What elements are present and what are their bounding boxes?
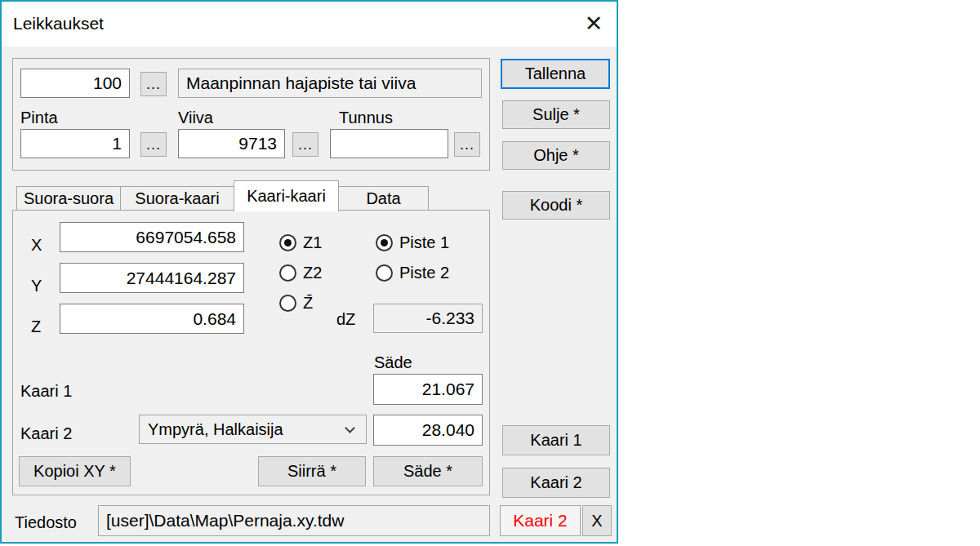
- tab-label: Data: [366, 189, 400, 208]
- viiva-label: Viiva: [178, 109, 213, 127]
- sade-label: Säde: [374, 353, 412, 372]
- radio-label: Piste 1: [399, 233, 449, 252]
- status-kaari2-indicator: Kaari 2: [500, 505, 581, 536]
- ohje-button[interactable]: Ohje *: [502, 141, 610, 170]
- tab-label: Kaari-kaari: [247, 187, 326, 206]
- leikkaukset-dialog: Leikkaukset ✕ 100 ... Maanpinnan hajapis…: [0, 0, 618, 544]
- kaari2-type-select[interactable]: Ympyrä, Halkaisija: [139, 415, 367, 444]
- radio-button-icon: [279, 234, 296, 251]
- z-label: Z: [31, 317, 41, 336]
- radio-piste-1[interactable]: Piste 1: [376, 233, 449, 251]
- dz-field: -6.233: [373, 304, 483, 333]
- code-description-field: Maanpinnan hajapiste tai viiva: [178, 69, 482, 98]
- kaari-kaari-tabpanel: [12, 210, 490, 495]
- radio-label: Z̄: [303, 294, 313, 313]
- koodi-button[interactable]: Koodi *: [502, 191, 610, 220]
- radio-button-icon: [376, 264, 393, 282]
- dz-label: dZ: [336, 310, 355, 329]
- viiva-field[interactable]: 9713: [178, 129, 285, 158]
- radio-piste-2[interactable]: Piste 2: [376, 264, 449, 282]
- y-field[interactable]: 27444164.287: [60, 263, 244, 293]
- radio-label: Z1: [303, 233, 322, 252]
- tunnus-label: Tunnus: [339, 109, 393, 127]
- tab-label: Suora-suora: [24, 189, 114, 208]
- sade-button[interactable]: Säde *: [373, 456, 483, 486]
- tab-suora-suora[interactable]: Suora-suora: [16, 186, 121, 211]
- pinta-field[interactable]: 1: [20, 129, 130, 158]
- kaari2-label: Kaari 2: [20, 424, 72, 443]
- tab-data[interactable]: Data: [338, 186, 429, 211]
- x-field[interactable]: 6697054.658: [60, 222, 244, 252]
- x-label: X: [31, 236, 42, 255]
- radio-label: Z2: [303, 264, 322, 282]
- radio-z-mean[interactable]: Z̄: [279, 294, 313, 312]
- titlebar[interactable]: Leikkaukset ✕: [2, 2, 617, 47]
- browse-pinta-button[interactable]: ...: [140, 132, 167, 157]
- radio-z1[interactable]: Z1: [279, 233, 322, 251]
- tiedosto-label: Tiedosto: [15, 513, 77, 532]
- tunnus-field[interactable]: [330, 129, 448, 158]
- y-label: Y: [31, 277, 42, 295]
- radio-button-icon: [376, 234, 393, 251]
- tab-label: Suora-kaari: [135, 189, 219, 208]
- status-clear-button[interactable]: X: [582, 505, 612, 536]
- radio-z2[interactable]: Z2: [279, 264, 322, 282]
- sulje-button[interactable]: Sulje *: [502, 100, 610, 129]
- kaari1-label: Kaari 1: [20, 382, 72, 401]
- browse-viiva-button[interactable]: ...: [292, 132, 318, 157]
- code-field[interactable]: 100: [20, 69, 130, 98]
- kopioi-xy-button[interactable]: Kopioi XY *: [19, 456, 131, 486]
- pinta-label: Pinta: [20, 109, 58, 127]
- browse-tunnus-button[interactable]: ...: [454, 132, 480, 157]
- radio-button-icon: [279, 264, 296, 282]
- close-button[interactable]: ✕: [574, 5, 613, 42]
- chevron-down-icon: [345, 423, 355, 433]
- siirra-button[interactable]: Siirrä *: [258, 456, 366, 486]
- browse-code-button[interactable]: ...: [140, 72, 167, 96]
- kaari2-sade-field[interactable]: 28.040: [373, 415, 483, 446]
- kaari1-button[interactable]: Kaari 1: [502, 425, 610, 455]
- radio-label: Piste 2: [399, 264, 449, 282]
- kaari1-sade-field[interactable]: 21.067: [373, 374, 483, 405]
- tab-suora-kaari[interactable]: Suora-kaari: [120, 186, 234, 211]
- z-field[interactable]: 0.684: [60, 304, 244, 334]
- screen: Leikkaukset ✕ 100 ... Maanpinnan hajapis…: [0, 0, 980, 546]
- close-icon: ✕: [585, 11, 604, 37]
- file-path-field: [user]\Data\Map\Pernaja.xy.tdw: [98, 505, 490, 536]
- tab-kaari-kaari[interactable]: Kaari-kaari: [234, 180, 339, 211]
- tallenna-button[interactable]: Tallenna: [501, 59, 610, 89]
- radio-button-icon: [279, 295, 296, 312]
- kaari2-button[interactable]: Kaari 2: [502, 468, 610, 498]
- window-title: Leikkaukset: [13, 14, 104, 33]
- combo-value: Ympyrä, Halkaisija: [148, 420, 283, 439]
